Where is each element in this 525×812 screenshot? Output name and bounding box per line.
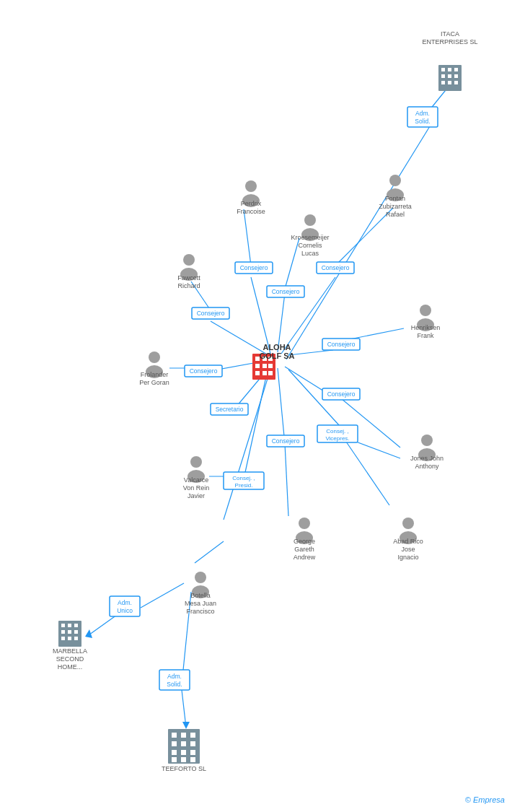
svg-text:Consejero: Consejero — [272, 437, 300, 445]
svg-text:Gareth: Gareth — [294, 546, 314, 553]
svg-rect-94 — [181, 750, 186, 755]
svg-text:Richard: Richard — [177, 282, 200, 289]
svg-text:Francisco: Francisco — [186, 608, 214, 615]
svg-text:Unico: Unico — [117, 607, 133, 614]
svg-text:George: George — [294, 538, 315, 545]
svg-text:Andrew: Andrew — [294, 554, 316, 561]
svg-text:Zubizarreta: Zubizarreta — [379, 203, 412, 210]
svg-rect-95 — [190, 750, 195, 755]
svg-point-34 — [245, 180, 257, 192]
svg-rect-82 — [74, 630, 78, 634]
svg-text:Solid.: Solid. — [167, 681, 182, 688]
svg-rect-74 — [448, 81, 451, 84]
svg-text:Frolander: Frolander — [141, 371, 169, 378]
svg-rect-62 — [268, 364, 273, 368]
svg-rect-64 — [262, 371, 267, 375]
svg-text:Secretario: Secretario — [216, 406, 244, 413]
svg-rect-78 — [68, 624, 71, 627]
svg-text:Perdrix: Perdrix — [241, 200, 262, 207]
svg-text:HOME...: HOME... — [58, 663, 83, 671]
svg-text:ENTERPRISES SL: ENTERPRISES SL — [422, 38, 477, 45]
svg-text:Jones John: Jones John — [410, 455, 444, 462]
svg-text:Frank: Frank — [417, 332, 434, 339]
svg-text:SECOND: SECOND — [56, 655, 84, 663]
svg-point-54 — [195, 572, 206, 583]
svg-rect-93 — [172, 750, 177, 755]
svg-text:ALOHA: ALOHA — [262, 343, 291, 352]
svg-point-38 — [304, 214, 316, 226]
svg-text:Solid.: Solid. — [415, 118, 430, 125]
svg-text:Anthony: Anthony — [415, 463, 439, 470]
svg-rect-67 — [441, 68, 445, 71]
svg-rect-84 — [68, 637, 71, 640]
svg-point-36 — [389, 175, 401, 186]
svg-text:Ignacio: Ignacio — [397, 554, 418, 561]
svg-point-42 — [420, 305, 431, 316]
svg-text:Consejero: Consejero — [197, 310, 225, 317]
svg-text:TEEFORTO  SL: TEEFORTO SL — [162, 765, 206, 772]
svg-text:Adm.: Adm. — [118, 599, 132, 606]
svg-text:Botella: Botella — [190, 592, 211, 599]
svg-rect-83 — [61, 637, 65, 640]
svg-rect-68 — [448, 68, 451, 71]
svg-text:Kroesemeijer: Kroesemeijer — [291, 234, 329, 241]
svg-text:Fontan: Fontan — [385, 195, 405, 202]
svg-text:Von Rein: Von Rein — [183, 484, 210, 492]
svg-text:Adm.: Adm. — [415, 110, 430, 117]
svg-text:ITACA: ITACA — [441, 30, 459, 38]
svg-text:Adm.: Adm. — [167, 673, 182, 680]
svg-rect-60 — [255, 364, 260, 368]
svg-rect-73 — [441, 81, 445, 84]
svg-text:© Empresa: © Empresa — [465, 795, 505, 804]
svg-text:Consejero: Consejero — [190, 367, 218, 375]
svg-rect-72 — [454, 74, 458, 78]
svg-rect-80 — [61, 630, 65, 634]
svg-text:MARBELLA: MARBELLA — [53, 647, 87, 655]
svg-text:Consejero: Consejero — [322, 264, 350, 271]
svg-rect-85 — [74, 637, 78, 640]
svg-rect-97 — [181, 757, 186, 762]
svg-text:Jose: Jose — [401, 546, 415, 553]
svg-rect-70 — [441, 74, 445, 78]
svg-text:Consejero: Consejero — [240, 264, 268, 271]
svg-point-52 — [402, 518, 414, 529]
svg-text:GOLF SA: GOLF SA — [260, 352, 295, 360]
svg-rect-75 — [454, 81, 458, 84]
svg-point-40 — [183, 254, 195, 266]
svg-text:Rafael: Rafael — [386, 211, 405, 218]
svg-text:Consej. ,: Consej. , — [326, 428, 349, 435]
svg-rect-61 — [262, 364, 267, 368]
svg-rect-69 — [454, 68, 458, 71]
svg-rect-91 — [181, 741, 186, 746]
svg-text:Vicepres.: Vicepres. — [325, 435, 349, 442]
svg-text:Fawcett: Fawcett — [177, 274, 200, 281]
svg-text:Presid.: Presid. — [235, 482, 253, 489]
svg-rect-98 — [190, 757, 195, 762]
svg-text:Francoise: Francoise — [237, 208, 265, 215]
svg-rect-89 — [190, 733, 195, 738]
svg-point-50 — [299, 518, 310, 529]
svg-text:Per Goran: Per Goran — [139, 379, 169, 386]
svg-text:Valcarce: Valcarce — [184, 476, 208, 484]
svg-rect-92 — [190, 741, 195, 746]
svg-rect-0 — [0, 0, 525, 812]
svg-rect-81 — [68, 630, 71, 634]
svg-text:Abad Rico: Abad Rico — [393, 538, 423, 545]
svg-point-46 — [421, 435, 433, 446]
svg-rect-90 — [172, 741, 177, 746]
svg-text:Consejero: Consejero — [272, 288, 300, 295]
svg-text:Henriksen: Henriksen — [411, 324, 441, 331]
svg-rect-77 — [61, 624, 65, 627]
svg-text:Consejero: Consejero — [327, 390, 356, 398]
svg-text:Consej. ,: Consej. , — [232, 475, 255, 481]
svg-text:Consejero: Consejero — [327, 341, 356, 348]
svg-text:Mesa Juan: Mesa Juan — [185, 600, 216, 607]
svg-rect-63 — [255, 371, 260, 375]
svg-point-44 — [149, 352, 160, 363]
svg-rect-71 — [448, 74, 451, 78]
svg-rect-79 — [74, 624, 78, 627]
svg-rect-96 — [172, 757, 177, 762]
svg-rect-65 — [268, 371, 273, 375]
svg-text:Javier: Javier — [188, 492, 205, 499]
svg-rect-88 — [181, 733, 186, 738]
